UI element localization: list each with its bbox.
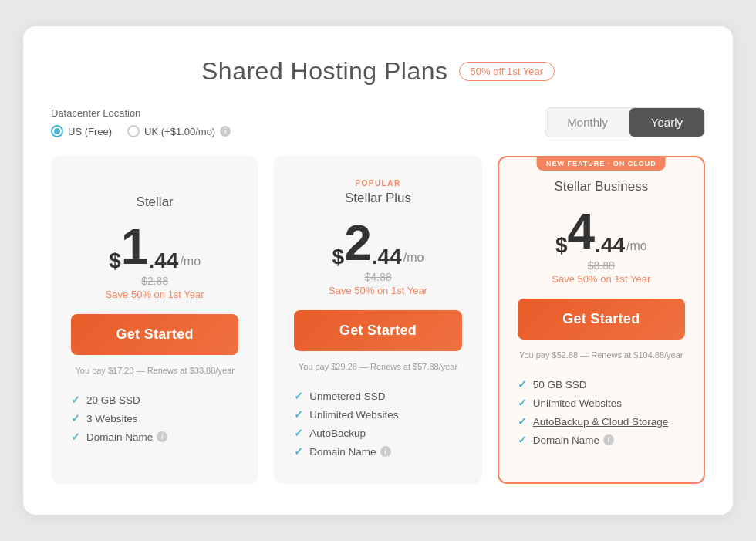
get-started-button[interactable]: Get Started [518, 299, 685, 340]
main-container: Shared Hosting Plans 50% off 1st Year Da… [23, 26, 733, 515]
check-icon: ✓ [518, 378, 527, 391]
featured-badge: NEW FEATURE · ON CLOUD [537, 157, 666, 171]
radio-us[interactable]: US (Free) [51, 125, 112, 137]
check-icon: ✓ [71, 431, 80, 443]
feature-text: Domain Name [309, 446, 376, 458]
get-started-button[interactable]: Get Started [71, 314, 238, 355]
original-price: $8.88 [588, 259, 615, 272]
save-text: Save 50% on 1st Year [552, 273, 650, 285]
page-title: Shared Hosting Plans [201, 57, 448, 86]
check-icon: ✓ [294, 445, 303, 458]
renewal-text: You pay $29.28 — Renews at $57.88/year [299, 362, 457, 371]
feature-info-icon[interactable]: i [380, 446, 391, 457]
renewal-text: You pay $17.28 — Renews at $33.88/year [76, 366, 235, 375]
plan-name: Stellar Plus [345, 191, 411, 206]
price-mo: /mo [403, 251, 424, 265]
features-list: ✓ Unmetered SSD ✓ Unlimited Websites ✓ A… [294, 387, 461, 461]
check-icon: ✓ [71, 412, 80, 424]
feature-text: Unlimited Websites [533, 397, 622, 409]
monthly-toggle[interactable]: Monthly [545, 108, 629, 137]
billing-toggle: Monthly Yearly [545, 107, 705, 137]
feature-item: ✓ 20 GB SSD [71, 391, 238, 409]
price-mo: /mo [180, 255, 201, 269]
renewal-text: You pay $52.88 — Renews at $104.88/year [519, 350, 683, 360]
feature-item: ✓ Domain Namei [294, 442, 461, 461]
check-icon: ✓ [294, 427, 303, 439]
datacenter-label: Datacenter Location [51, 107, 231, 119]
feature-item: ✓ Unmetered SSD [294, 387, 461, 405]
price-dollar: $ [332, 246, 345, 268]
price-mo: /mo [626, 239, 647, 253]
check-icon: ✓ [294, 408, 303, 421]
page-header: Shared Hosting Plans 50% off 1st Year [51, 57, 705, 86]
original-price: $4.88 [364, 271, 391, 283]
feature-item: ✓ 50 GB SSD [518, 375, 685, 394]
check-icon: ✓ [518, 434, 527, 446]
radio-dot-us [51, 125, 63, 137]
price-main: 2 [344, 218, 372, 268]
feature-text: AutoBackup [309, 428, 366, 439]
controls-row: Datacenter Location US (Free) UK (+$1.00… [51, 107, 705, 137]
features-list: ✓ 50 GB SSD ✓ Unlimited Websites ✓ AutoB… [518, 375, 685, 449]
feature-item: ✓ Unlimited Websites [294, 405, 461, 424]
radio-uk[interactable]: UK (+$1.00/mo) i [127, 125, 231, 137]
feature-item: ✓ Domain Namei [518, 431, 685, 449]
price-row: $ 2 .44 /mo [332, 218, 424, 268]
feature-item: ✓ Domain Namei [71, 428, 238, 446]
feature-text: Unmetered SSD [309, 391, 385, 402]
plan-name: Stellar Business [554, 179, 648, 194]
price-row: $ 1 .44 /mo [109, 222, 201, 272]
feature-info-icon[interactable]: i [157, 431, 167, 442]
feature-text: Unlimited Websites [309, 409, 398, 421]
feature-item: ✓ AutoBackup [294, 424, 461, 442]
plan-card-stellar-plus: POPULAR Stellar Plus $ 2 .44 /mo $4.88 S… [274, 156, 481, 484]
feature-text: 3 Websites [86, 413, 138, 424]
radio-dot-uk [127, 125, 140, 137]
discount-badge: 50% off 1st Year [459, 62, 555, 81]
feature-item: ✓ AutoBackup & Cloud Storage [518, 412, 685, 431]
radio-label-us: US (Free) [68, 126, 112, 137]
check-icon: ✓ [294, 390, 303, 402]
feature-text: 50 GB SSD [533, 379, 587, 391]
uk-info-icon[interactable]: i [220, 126, 231, 137]
feature-text: 20 GB SSD [86, 394, 140, 406]
price-dollar: $ [109, 250, 121, 272]
yearly-toggle[interactable]: Yearly [629, 108, 704, 137]
datacenter-section: Datacenter Location US (Free) UK (+$1.00… [51, 107, 231, 137]
datacenter-radio-group: US (Free) UK (+$1.00/mo) i [51, 125, 231, 137]
get-started-button[interactable]: Get Started [294, 310, 461, 351]
save-text: Save 50% on 1st Year [106, 289, 204, 300]
save-text: Save 50% on 1st Year [329, 285, 427, 296]
price-row: $ 4 .44 /mo [555, 207, 647, 256]
feature-info-icon[interactable]: i [603, 434, 614, 445]
feature-text: Domain Name [86, 431, 153, 443]
check-icon: ✓ [71, 394, 80, 406]
feature-text: Domain Name [533, 434, 599, 446]
plan-card-stellar-business: NEW FEATURE · ON CLOUD Stellar Business … [498, 156, 705, 484]
price-decimal: .44 [595, 235, 625, 256]
price-dollar: $ [555, 235, 568, 256]
original-price: $2.88 [141, 275, 168, 287]
price-decimal: .44 [148, 250, 178, 272]
popular-badge: POPULAR [355, 179, 400, 188]
feature-text: AutoBackup & Cloud Storage [533, 416, 669, 428]
price-main: 4 [568, 207, 596, 256]
plans-grid: Stellar $ 1 .44 /mo $2.88 Save 50% on 1s… [51, 156, 705, 484]
feature-item: ✓ 3 Websites [71, 409, 238, 428]
feature-item: ✓ Unlimited Websites [518, 394, 685, 412]
check-icon: ✓ [518, 397, 527, 409]
plan-card-stellar: Stellar $ 1 .44 /mo $2.88 Save 50% on 1s… [51, 156, 258, 484]
check-icon: ✓ [518, 415, 527, 428]
price-decimal: .44 [372, 246, 402, 268]
radio-label-uk: UK (+$1.00/mo) [144, 126, 215, 137]
price-main: 1 [121, 222, 149, 272]
plan-name: Stellar [137, 194, 174, 210]
features-list: ✓ 20 GB SSD ✓ 3 Websites ✓ Domain Namei [71, 391, 238, 446]
